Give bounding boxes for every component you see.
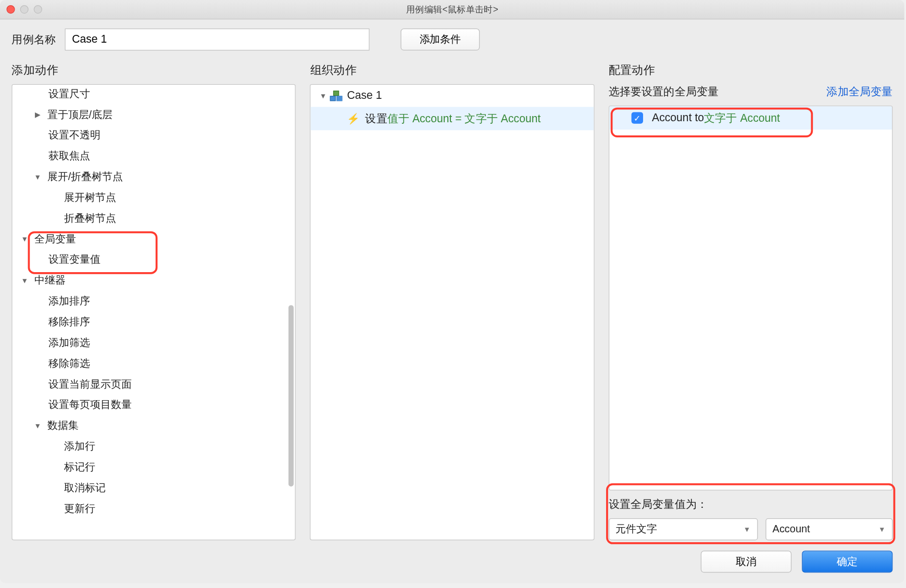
- tree-item[interactable]: 数据集: [12, 415, 295, 436]
- titlebar: 用例编辑<鼠标单击时>: [0, 0, 904, 19]
- case-row[interactable]: Case 1: [311, 85, 594, 107]
- select-var-label: 选择要设置的全局变量: [609, 84, 719, 99]
- sitemap-icon: [330, 90, 342, 101]
- actions-tree[interactable]: 设置尺寸 置于顶层/底层 设置不透明 获取焦点 展开/折叠树节点 展开树节点 折…: [12, 84, 295, 521]
- var-row-prefix: Account to: [652, 111, 704, 124]
- tree-item[interactable]: 获取焦点: [12, 146, 295, 167]
- chevron-down-icon: ▼: [878, 526, 886, 533]
- chevron-down-icon[interactable]: [19, 235, 30, 243]
- case-label: Case 1: [347, 90, 382, 103]
- tree-item[interactable]: 置于顶层/底层: [12, 104, 295, 125]
- bolt-icon: ⚡: [347, 112, 358, 125]
- tree-item-set-var[interactable]: 设置变量值: [12, 249, 295, 270]
- action-value: 值于 Account = 文字于 Account: [387, 111, 541, 126]
- tree-item[interactable]: 设置不透明: [12, 125, 295, 146]
- right-title: 配置动作: [609, 62, 893, 78]
- actions-tree-panel: 设置尺寸 置于顶层/底层 设置不透明 获取焦点 展开/折叠树节点 展开树节点 折…: [11, 84, 296, 540]
- right-bottom: 设置全局变量值为： 元件文字 ▼ Account ▼: [609, 497, 893, 540]
- case-name-input[interactable]: [65, 29, 370, 50]
- tree-item[interactable]: 设置每页项目数量: [12, 394, 295, 415]
- mid-title: 组织动作: [310, 62, 595, 78]
- tree-item[interactable]: 设置当前显示页面: [12, 374, 295, 394]
- right-wrap: 选择要设置的全局变量 添加全局变量 ✓ Account to 文字于 Accou…: [609, 84, 893, 540]
- tree-item-global-var[interactable]: 全局变量: [12, 228, 295, 249]
- chevron-down-icon[interactable]: [32, 173, 43, 181]
- chevron-down-icon[interactable]: [317, 92, 329, 100]
- case-name-label: 用例名称: [11, 32, 56, 47]
- tree-item[interactable]: 取消标记: [12, 478, 295, 498]
- scrollbar-thumb[interactable]: [288, 305, 294, 487]
- select-value: Account: [773, 523, 810, 535]
- variables-panel: ✓ Account to 文字于 Account: [609, 106, 893, 491]
- left-column: 添加动作 设置尺寸 置于顶层/底层 设置不透明 获取焦点 展开/折叠树节点 展开…: [11, 62, 296, 541]
- add-condition-button[interactable]: 添加条件: [400, 29, 480, 50]
- row-top: 用例名称 添加条件: [11, 29, 892, 50]
- select-row: 元件文字 ▼ Account ▼: [609, 518, 893, 540]
- checkbox-checked-icon[interactable]: ✓: [631, 112, 643, 123]
- organize-panel: Case 1 ⚡ 设置 值于 Account = 文字于 Account: [310, 84, 595, 540]
- tree-item[interactable]: 移除筛选: [12, 353, 295, 374]
- chevron-down-icon: ▼: [744, 526, 751, 533]
- tree-item[interactable]: 添加排序: [12, 291, 295, 312]
- left-title: 添加动作: [11, 62, 296, 78]
- value-target-select[interactable]: Account ▼: [765, 518, 892, 540]
- right-head: 选择要设置的全局变量 添加全局变量: [609, 84, 893, 99]
- content: 用例名称 添加条件 添加动作 设置尺寸 置于顶层/底层 设置不透明 获取焦点 展…: [0, 19, 904, 583]
- tree-item[interactable]: 中继器: [12, 270, 295, 291]
- chevron-down-icon[interactable]: [32, 421, 43, 429]
- chevron-right-icon[interactable]: [32, 110, 43, 119]
- tree-item[interactable]: 更新行: [12, 498, 295, 519]
- action-row[interactable]: ⚡ 设置 值于 Account = 文字于 Account: [311, 107, 594, 130]
- case-editor-window: 用例编辑<鼠标单击时> 用例名称 添加条件 添加动作 设置尺寸 置于顶层/底层 …: [0, 0, 904, 583]
- action-prefix: 设置: [365, 111, 387, 126]
- var-row-value: 文字于 Account: [704, 110, 780, 125]
- right-column: 配置动作 选择要设置的全局变量 添加全局变量 ✓ Account to 文字于 …: [609, 62, 893, 541]
- chevron-down-icon[interactable]: [19, 277, 30, 285]
- cancel-button[interactable]: 取消: [701, 551, 791, 572]
- middle-column: 组织动作 Case 1 ⚡ 设置 值于 Account = 文字于 Accoun…: [310, 62, 595, 541]
- tree-item[interactable]: 添加行: [12, 436, 295, 457]
- tree-item[interactable]: 设置尺寸: [12, 84, 295, 105]
- variable-row[interactable]: ✓ Account to 文字于 Account: [609, 106, 892, 130]
- add-global-var-link[interactable]: 添加全局变量: [826, 84, 892, 99]
- footer: 取消 确定: [11, 540, 892, 572]
- value-type-select[interactable]: 元件文字 ▼: [609, 518, 758, 540]
- tree-item[interactable]: 添加筛选: [12, 333, 295, 353]
- columns: 添加动作 设置尺寸 置于顶层/底层 设置不透明 获取焦点 展开/折叠树节点 展开…: [11, 62, 892, 541]
- tree-item[interactable]: 标记行: [12, 457, 295, 478]
- tree-item[interactable]: 移除排序: [12, 312, 295, 333]
- tree-item[interactable]: 展开/折叠树节点: [12, 167, 295, 187]
- ok-button[interactable]: 确定: [802, 551, 892, 572]
- set-value-label: 设置全局变量值为：: [609, 497, 893, 512]
- select-value: 元件文字: [615, 522, 657, 536]
- tree-item[interactable]: 折叠树节点: [12, 208, 295, 229]
- window-title: 用例编辑<鼠标单击时>: [0, 4, 904, 15]
- tree-item[interactable]: 展开树节点: [12, 187, 295, 208]
